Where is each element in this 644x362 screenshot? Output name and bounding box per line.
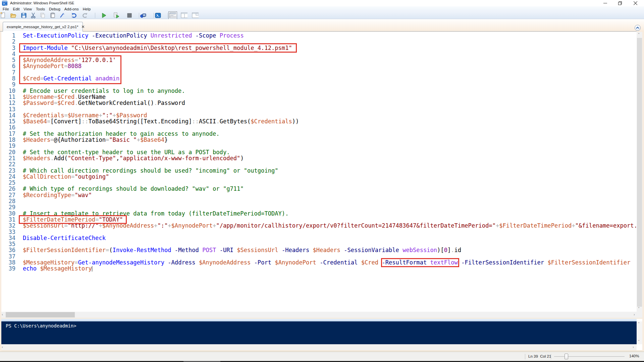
new-remote-powershell-tab-icon	[140, 12, 147, 19]
line-number: 10	[0, 88, 15, 94]
zoom-level: 140%	[629, 354, 639, 358]
stop-operation-button[interactable]	[126, 12, 133, 19]
line-number: 14	[0, 112, 15, 118]
line-number: 37	[0, 253, 15, 259]
line-number: 35	[0, 241, 15, 247]
tab-script[interactable]: example_message_history_get_v2 2.ps1* ✕	[3, 22, 83, 32]
scroll-up-icon[interactable]: ˄	[638, 322, 640, 326]
menu-debug[interactable]: Debug	[49, 7, 60, 11]
line-number: 8	[0, 75, 15, 81]
console-horizontal-scrollbar[interactable]: ‹ ›	[0, 344, 637, 350]
scroll-left-icon[interactable]: ‹	[2, 313, 3, 316]
svg-text:>_: >_	[3, 2, 7, 5]
line-number: 16	[0, 124, 15, 130]
save-button[interactable]	[20, 12, 27, 19]
code-line-22: 22	[0, 161, 637, 167]
code-line-24: 24$CallDirection="outgoing"	[0, 174, 637, 180]
code-line-35: 35	[0, 241, 637, 247]
line-number: 2	[0, 39, 15, 45]
clear-console-button[interactable]	[59, 12, 66, 19]
new-remote-powershell-tab-button[interactable]	[140, 12, 147, 19]
code-line-12: 12$Password=$Cred.GetNetworkCredential()…	[0, 100, 637, 106]
code-line-25: 25	[0, 180, 637, 186]
line-number: 23	[0, 168, 15, 174]
line-number: 32	[0, 223, 15, 229]
scroll-right-icon[interactable]: ›	[634, 313, 635, 316]
code-line-10: 10# Encode user credentials to log in to…	[0, 88, 637, 94]
copy-icon	[39, 12, 46, 19]
code-line-23: 23# Which call direction recordings shou…	[0, 168, 637, 174]
line-number: 36	[0, 247, 15, 253]
line-number: 17	[0, 131, 15, 137]
code-line-11: 11$Username=$Cred.UserName	[0, 94, 637, 100]
restore-button[interactable]	[613, 0, 627, 6]
tab-close-icon[interactable]: ✕	[82, 25, 85, 29]
tab-strip-border	[0, 31, 637, 32]
scroll-right-icon[interactable]: ›	[633, 346, 634, 349]
editor-vertical-scrollbar[interactable]: ˄ ˅	[637, 32, 642, 312]
scroll-up-icon[interactable]: ˄	[638, 33, 640, 37]
show-script-pane-right-button[interactable]	[181, 12, 187, 19]
scroll-down-icon[interactable]: ˅	[638, 340, 640, 344]
menu-addons[interactable]: Add-ons	[64, 7, 79, 11]
zoom-slider-thumb[interactable]	[565, 354, 568, 359]
code-line-15: 15$Base64=[Convert]::ToBase64String([Tex…	[0, 118, 637, 124]
menu-edit[interactable]: Edit	[13, 7, 20, 11]
line-number: 11	[0, 94, 15, 100]
copy-button[interactable]	[39, 12, 46, 19]
code-line-18: 18$Headers=@{Authorization="Basic "+$Bas…	[0, 137, 637, 143]
run-selection-button[interactable]	[113, 12, 120, 19]
scrollbar-thumb[interactable]	[637, 38, 642, 307]
hide-script-pane-button[interactable]	[635, 25, 641, 31]
line-number: 38	[0, 259, 15, 265]
scrollbar-thumb[interactable]	[6, 312, 75, 317]
code-line-28: 28	[0, 198, 637, 204]
code-line-26: 26# Which type of recordings should be d…	[0, 186, 637, 192]
run-script-icon	[101, 12, 107, 19]
save-icon	[20, 12, 27, 19]
console-vertical-scrollbar[interactable]: ˄ ˅	[637, 321, 642, 344]
code-line-21: 21$Headers.Add("Content-Type","applicati…	[0, 155, 637, 161]
code-line-29: 29	[0, 204, 637, 210]
line-number: 1	[0, 33, 15, 39]
show-script-pane-top-button[interactable]	[168, 11, 177, 19]
close-button[interactable]	[629, 0, 642, 6]
menu-file[interactable]: File	[3, 7, 9, 11]
annotation-box-import-module	[19, 43, 297, 53]
scroll-left-icon[interactable]: ‹	[2, 346, 3, 349]
annotation-box-connection-vars	[19, 55, 121, 84]
line-number: 33	[0, 229, 15, 235]
line-number: 28	[0, 198, 15, 204]
start-powershell-exe-button[interactable]	[155, 12, 161, 19]
undo-button[interactable]	[71, 12, 78, 19]
paste-button[interactable]	[49, 12, 56, 19]
open-script-button[interactable]	[10, 12, 17, 19]
line-number: 39	[0, 265, 15, 272]
powershell-ise-icon: >_	[2, 1, 7, 6]
minimize-button[interactable]	[598, 0, 612, 6]
editor-horizontal-scrollbar[interactable]: ‹ ›	[0, 312, 637, 318]
undo-icon	[71, 12, 78, 19]
run-script-button[interactable]	[101, 12, 107, 19]
window-title: Administrator: Windows PowerShell ISE	[10, 1, 74, 5]
line-number: 18	[0, 137, 15, 143]
menu-tools[interactable]: Tools	[36, 7, 45, 11]
cut-button[interactable]	[30, 12, 37, 19]
tab-strip	[0, 19, 644, 32]
annotation-box-filter-period	[19, 215, 127, 224]
menu-bar: FileEditViewToolsDebugAdd-onsHelp	[0, 6, 644, 11]
redo-button[interactable]	[81, 12, 88, 19]
new-script-button[interactable]	[0, 12, 6, 19]
show-script-pane-maximized-button[interactable]	[192, 12, 199, 19]
line-number: 24	[0, 174, 15, 180]
console-pane[interactable]: PS C:\Users\anynodeadmin>	[0, 321, 637, 344]
menu-help[interactable]: Help	[83, 7, 91, 11]
line-number: 6	[0, 63, 15, 69]
line-number: 3	[0, 45, 15, 51]
console-prompt: PS C:\Users\anynodeadmin>	[6, 323, 76, 328]
code-line-34: 34Disable-CertificateCheck	[0, 235, 637, 241]
redo-icon	[81, 12, 88, 19]
scroll-down-icon[interactable]: ˅	[638, 307, 640, 311]
line-number: 12	[0, 100, 15, 106]
menu-view[interactable]: View	[23, 7, 32, 11]
